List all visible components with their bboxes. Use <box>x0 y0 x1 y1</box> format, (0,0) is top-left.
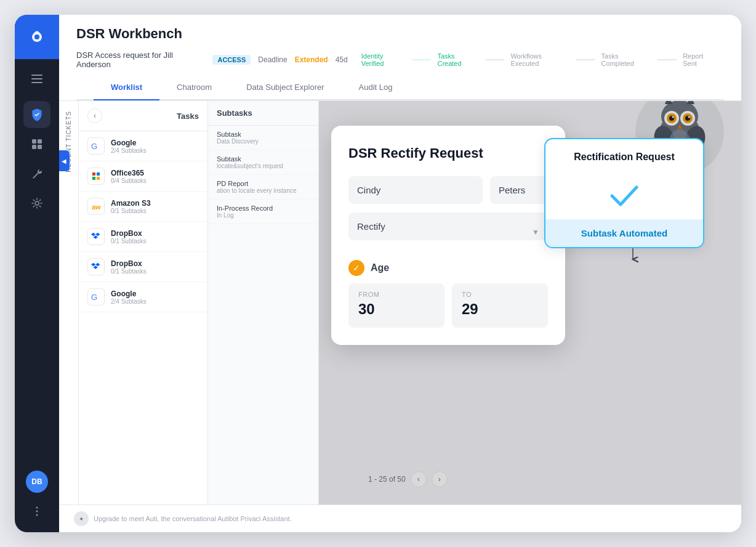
subtasks-title: Subtasks <box>217 108 252 118</box>
sidebar-item-gear[interactable] <box>23 190 50 217</box>
subtask-row-3[interactable]: PD Report ation to locate every instance <box>208 175 318 200</box>
user-avatar[interactable]: DB <box>26 471 48 493</box>
subtask-name: In-Process Record <box>217 205 310 212</box>
task-item-dropbox-2[interactable]: DropBox 0/1 Subtasks <box>79 252 207 282</box>
task-logo-google2: G <box>87 288 105 306</box>
subtask-name: Subtask <box>217 131 310 138</box>
age-from-value: 30 <box>358 301 435 318</box>
hamburger-button[interactable] <box>15 64 59 94</box>
age-check-icon: ✓ <box>348 260 364 276</box>
request-bar: DSR Access request for Jill Anderson ACC… <box>76 51 724 69</box>
task-item-google-2[interactable]: G Google 2/4 Subtasks <box>79 282 207 312</box>
svg-rect-4 <box>31 82 42 83</box>
sidebar-logo <box>15 15 59 59</box>
task-logo-dropbox <box>87 228 105 245</box>
tab-audit-log[interactable]: Audit Log <box>342 75 410 100</box>
request-title: DSR Access request for Jill Anderson <box>76 51 205 69</box>
step-line-4 <box>657 59 677 60</box>
svg-point-11 <box>36 511 38 513</box>
step-line-1 <box>412 59 431 60</box>
task-subtasks: 0/1 Subtasks <box>111 238 199 245</box>
modal-name-row <box>348 176 548 204</box>
task-info-dropbox-1: DropBox 0/1 Subtasks <box>111 229 199 245</box>
check-area <box>545 172 703 219</box>
page-title: DSR Workbench <box>76 26 724 42</box>
svg-rect-14 <box>92 172 95 176</box>
sidebar-item-tool[interactable] <box>23 160 50 187</box>
task-name: Amazon S3 <box>111 199 199 208</box>
first-name-input[interactable] <box>348 176 483 204</box>
tasks-back-button[interactable]: ‹ <box>87 108 102 123</box>
step-workflows: Workflows Executed <box>504 52 576 67</box>
task-logo-google: G <box>87 137 105 155</box>
task-info-office365: Office365 0/4 Subtasks <box>111 169 199 184</box>
task-item-google-1[interactable]: G Google 2/4 Subtasks <box>79 131 207 161</box>
task-info-google-2: Google 2/4 Subtasks <box>111 290 199 305</box>
svg-point-9 <box>35 201 39 205</box>
subtask-row-1[interactable]: Subtask Data Discovery <box>208 126 318 150</box>
task-info-dropbox-2: DropBox 0/1 Subtasks <box>111 259 199 275</box>
subtask-detail: locate&subject's request <box>217 163 310 169</box>
subtask-row-4[interactable]: In-Process Record In Log <box>208 200 318 224</box>
svg-rect-16 <box>92 177 95 180</box>
task-name: Office365 <box>111 169 199 177</box>
subtask-detail: ation to locate every instance <box>217 187 310 194</box>
svg-rect-8 <box>38 145 42 149</box>
age-inputs: From 30 To 29 <box>348 283 548 328</box>
task-logo-dropbox2 <box>87 258 105 275</box>
step-report: Report Sent <box>677 52 724 67</box>
progress-steps: Identity Verified Tasks Created Workflow… <box>355 52 724 67</box>
age-to-value: 29 <box>462 301 538 318</box>
age-label-row: ✓ Age <box>348 260 548 276</box>
task-subtasks: 0/4 Subtasks <box>111 177 199 184</box>
subtasks-header: Subtasks ⤢ <box>208 101 318 126</box>
banner-text: Upgrade to meet Auti, the conversational… <box>94 515 292 522</box>
content-row: ◀ Recent Tickets ‹ Tasks G Google 2/4 Su… <box>59 101 741 504</box>
task-item-office365[interactable]: Office365 0/4 Subtasks <box>79 161 207 192</box>
task-name: Google <box>111 290 199 298</box>
svg-point-12 <box>36 514 38 516</box>
tab-chatroom[interactable]: Chatroom <box>159 75 229 100</box>
automated-button[interactable]: Subtask Automated <box>545 219 703 247</box>
subtask-detail: In Log <box>217 212 310 219</box>
task-logo-office365 <box>87 168 105 185</box>
banner-icon: ✦ <box>74 511 89 526</box>
step-line-3 <box>576 59 595 60</box>
collapse-button[interactable]: ◀ <box>59 150 70 171</box>
step-tasks-completed: Tasks Completed <box>595 52 658 67</box>
main-content: DSR Rectify Request Rectify ▼ <box>319 101 741 504</box>
age-to-label: To <box>462 291 538 298</box>
task-subtasks: 0/1 Subtasks <box>111 268 199 275</box>
top-header: DSR Workbench DSR Access request for Jil… <box>59 15 741 101</box>
task-subtasks: 2/4 Subtasks <box>111 298 199 305</box>
subtask-row-2[interactable]: Subtask locate&subject's request <box>208 150 318 175</box>
extended-label: Extended <box>295 55 328 64</box>
task-name: DropBox <box>111 229 199 238</box>
sidebar-nav <box>23 101 50 471</box>
rectification-box: Rectification Request Subtask Automated <box>544 138 704 248</box>
svg-rect-7 <box>32 145 36 149</box>
sidebar: DB <box>15 15 59 532</box>
task-name: DropBox <box>111 259 199 268</box>
modal-title: DSR Rectify Request <box>348 145 548 161</box>
task-item-dropbox-1[interactable]: DropBox 0/1 Subtasks <box>79 222 207 252</box>
request-type-select[interactable]: Rectify <box>348 213 548 240</box>
more-options-icon[interactable] <box>26 500 48 522</box>
svg-rect-5 <box>32 139 36 144</box>
tab-data-subject[interactable]: Data Subject Explorer <box>229 75 341 100</box>
tasks-header-title: Tasks <box>177 111 199 121</box>
subtask-name: Subtask <box>217 155 310 163</box>
svg-rect-17 <box>97 177 100 180</box>
tab-worklist[interactable]: Worklist <box>94 75 159 100</box>
task-item-amazons3[interactable]: aws Amazon S3 0/1 Subtasks <box>79 192 207 222</box>
sidebar-item-shield[interactable] <box>23 101 50 128</box>
task-logo-amazons3: aws <box>87 198 105 215</box>
task-subtasks: 2/4 Subtasks <box>111 147 199 154</box>
svg-text:G: G <box>91 293 97 302</box>
tasks-header: ‹ Tasks <box>79 101 207 131</box>
subtasks-col: Subtasks ⤢ Subtask Data Discovery Subtas… <box>208 101 319 504</box>
svg-point-10 <box>36 507 38 509</box>
sidebar-item-grid[interactable] <box>23 131 50 158</box>
step-line-2 <box>485 59 504 60</box>
bottom-banner: ✦ Upgrade to meet Auti, the conversation… <box>59 504 741 532</box>
